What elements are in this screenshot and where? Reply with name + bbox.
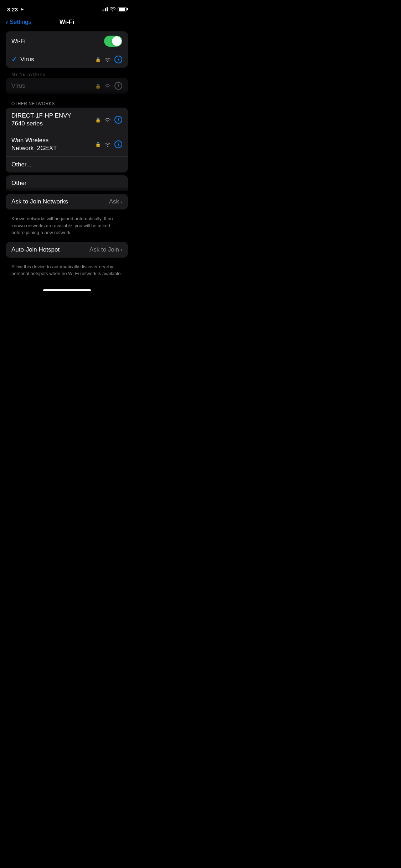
ask-to-join-description: Known networks will be joined automatica… xyxy=(6,212,128,242)
status-bar: 3:23 ➤ xyxy=(0,0,134,16)
partial-other-row: Other xyxy=(6,175,128,194)
status-icons xyxy=(102,7,127,11)
info-button-0[interactable]: i xyxy=(114,116,122,124)
svg-point-3 xyxy=(107,146,108,147)
location-icon: ➤ xyxy=(20,7,24,12)
home-indicator xyxy=(0,286,134,294)
network-row-1-left: Wan WirelessNetwork_2GEXT xyxy=(11,136,95,152)
ask-to-join-value-text: Ask xyxy=(109,198,119,205)
network-name-1: Wan WirelessNetwork_2GEXT xyxy=(11,136,57,152)
toggle-knob xyxy=(112,36,122,46)
network-row-0-left: DIRECT-1F-HP ENVY7640 series xyxy=(11,112,95,128)
wifi-signal-icon xyxy=(104,57,111,62)
partial-other-section: Virus 🔒 i xyxy=(6,78,128,99)
lock-icon-0: 🔒 xyxy=(95,117,101,123)
connected-network-row[interactable]: ✓ Virus 🔒 i xyxy=(6,51,128,68)
auto-join-hotspot-row[interactable]: Auto-Join Hotspot Ask to Join › xyxy=(6,242,128,258)
network-row-1[interactable]: Wan WirelessNetwork_2GEXT 🔒 i xyxy=(6,132,128,157)
network-name-0: DIRECT-1F-HP ENVY7640 series xyxy=(11,112,71,128)
auto-join-hotspot-label: Auto-Join Hotspot xyxy=(11,246,60,253)
ask-to-join-card: Ask to Join Networks Ask › xyxy=(6,194,128,210)
info-button-1[interactable]: i xyxy=(114,140,122,148)
auto-join-hotspot-chevron: › xyxy=(120,247,122,253)
wifi-toggle-row: Wi-Fi xyxy=(6,31,128,51)
other-network-label: Other... xyxy=(11,161,31,168)
partial-lock-icon: 🔒 xyxy=(95,83,101,89)
connected-row-icons: 🔒 i xyxy=(95,56,122,63)
wifi-toggle[interactable] xyxy=(104,36,122,47)
wifi-icon-1 xyxy=(104,142,111,147)
ask-to-join-value: Ask › xyxy=(109,198,122,205)
ask-to-join-row[interactable]: Ask to Join Networks Ask › xyxy=(6,194,128,210)
other-networks-card: DIRECT-1F-HP ENVY7640 series 🔒 i Wan Wir… xyxy=(6,108,128,172)
network-row-0-icons: 🔒 i xyxy=(95,116,122,124)
wifi-icon-0 xyxy=(104,117,111,122)
signal-bars-icon xyxy=(102,7,108,11)
network-row-other[interactable]: Other... xyxy=(6,157,128,172)
auto-join-hotspot-description: Allow this device to automatically disco… xyxy=(6,260,128,283)
checkmark-icon: ✓ xyxy=(11,56,17,63)
auto-join-hotspot-card: Auto-Join Hotspot Ask to Join › xyxy=(6,242,128,258)
wifi-label: Wi-Fi xyxy=(11,38,26,45)
connected-info-button[interactable]: i xyxy=(114,56,122,63)
other-networks-label: OTHER NETWORKS xyxy=(6,99,128,108)
back-chevron-icon: ‹ xyxy=(6,19,8,26)
ask-to-join-label: Ask to Join Networks xyxy=(11,198,68,205)
time-label: 3:23 xyxy=(7,6,18,12)
lock-icon: 🔒 xyxy=(95,57,101,62)
auto-join-hotspot-value-text: Ask to Join xyxy=(89,246,119,253)
wifi-toggle-card: Wi-Fi ✓ Virus 🔒 i xyxy=(6,31,128,68)
connected-network-label: Virus xyxy=(20,56,34,63)
svg-point-2 xyxy=(107,122,108,123)
page-title: Wi-Fi xyxy=(60,19,74,26)
ask-to-join-chevron: › xyxy=(120,199,122,205)
network-row-0[interactable]: DIRECT-1F-HP ENVY7640 series 🔒 i xyxy=(6,108,128,132)
main-content: Wi-Fi ✓ Virus 🔒 i MY NETWORKS xyxy=(0,31,134,283)
svg-point-0 xyxy=(107,61,108,62)
connected-row-left: ✓ Virus xyxy=(11,56,95,63)
status-time: 3:23 ➤ xyxy=(7,6,24,12)
back-button[interactable]: ‹ Settings xyxy=(6,19,31,26)
home-bar xyxy=(43,289,91,291)
back-label: Settings xyxy=(10,19,31,26)
nav-header: ‹ Settings Wi-Fi xyxy=(0,16,134,31)
network-row-1-icons: 🔒 i xyxy=(95,140,122,148)
auto-join-hotspot-value: Ask to Join › xyxy=(89,246,122,253)
wifi-status-icon xyxy=(110,7,115,11)
my-networks-label: MY NETWORKS xyxy=(6,71,128,78)
lock-icon-1: 🔒 xyxy=(95,142,101,147)
partial-wifi-icon xyxy=(104,83,111,88)
battery-icon xyxy=(118,7,127,11)
